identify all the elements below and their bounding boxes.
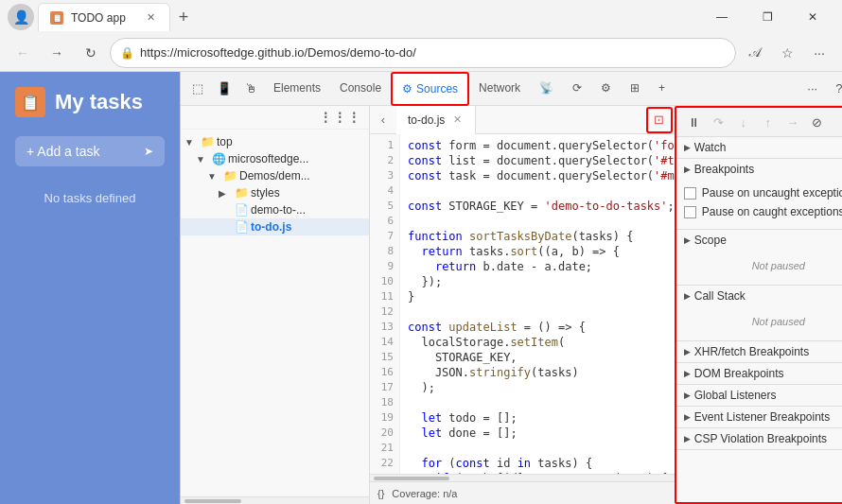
todo-header: 📋 My tasks — [15, 87, 165, 117]
file-tab-close-button[interactable]: ✕ — [450, 113, 464, 127]
restore-button[interactable]: ❐ — [746, 0, 789, 34]
address-bar[interactable]: 🔒 https://microsoftedge.github.io/Demos/… — [110, 38, 736, 68]
todo-sidebar: 📋 My tasks + Add a task ➤ No tasks defin… — [0, 72, 180, 504]
browser-tab[interactable]: 📋 TODO app ✕ — [38, 3, 170, 31]
debug-panel: ⏸ ↷ ↓ ↑ → ⊘ ▶ Watch ▶ — [675, 106, 842, 504]
tab-network[interactable]: Network — [469, 72, 530, 106]
profile-icon[interactable]: 👤 — [8, 4, 34, 30]
close-button[interactable]: ✕ — [791, 0, 834, 34]
pause-uncaught-label: Pause on uncaught exceptions — [702, 186, 842, 200]
editor-filename: to-do.js — [408, 113, 445, 127]
tree-arrow: ▼ — [207, 171, 220, 182]
tree-label-demos: Demos/dem... — [239, 169, 310, 182]
folder-icon: 📁 — [235, 186, 248, 200]
devtools-inspect-button[interactable]: ⬚ — [184, 76, 211, 102]
global-listeners-title: Global Listeners — [694, 389, 777, 402]
favorites-button[interactable]: ☆ — [772, 38, 802, 68]
call-stack-section-header[interactable]: ▶ Call Stack — [676, 286, 842, 306]
deactivate-breakpoints-button[interactable]: ⊘ — [807, 112, 828, 132]
file-tree-more-button[interactable]: ⋮⋮⋮ — [319, 110, 361, 125]
tree-item-to-do-js[interactable]: 📄 to-do.js — [181, 218, 369, 235]
breakpoints-section: ▶ Breakpoints Pause on uncaught exceptio… — [676, 159, 842, 230]
devtools-device-button[interactable]: 📱 — [211, 76, 237, 102]
global-listeners-arrow: ▶ — [684, 391, 691, 400]
tree-item-microsoftedge[interactable]: ▼ 🌐 microsoftedge... — [181, 150, 369, 167]
global-listeners-section: ▶ Global Listeners — [676, 385, 842, 407]
read-aloud-button[interactable]: 𝒜 — [740, 38, 770, 68]
more-button[interactable]: ··· — [804, 38, 834, 68]
tab-performance[interactable]: ⟳ — [563, 72, 591, 106]
step-out-button[interactable]: ↑ — [758, 112, 779, 132]
refresh-button[interactable]: ↻ — [76, 38, 106, 68]
code-line-11: } — [408, 289, 675, 304]
pause-uncaught-row: Pause on uncaught exceptions — [684, 183, 842, 202]
xhr-title: XHR/fetch Breakpoints — [694, 345, 809, 358]
title-bar-controls: — ❐ ✕ — [700, 0, 834, 34]
file-tree-scrollbar[interactable] — [181, 496, 369, 504]
minimize-button[interactable]: — — [700, 0, 744, 34]
debug-toggle-button[interactable]: ⊡ — [646, 107, 673, 133]
todo-title: My tasks — [55, 90, 143, 114]
editor-braces-icon: {} — [377, 488, 384, 499]
watch-arrow: ▶ — [684, 143, 691, 152]
code-editor: ‹ to-do.js ✕ ⊡ 12345 678910 1112131415 1… — [370, 106, 675, 504]
title-bar-left: 👤 — [8, 4, 34, 30]
pause-uncaught-checkbox[interactable] — [684, 187, 696, 200]
editor-file-tab[interactable]: to-do.js ✕ — [396, 106, 476, 134]
tree-label-todo-js: to-do.js — [251, 220, 291, 234]
devtools-more-button[interactable]: ··· — [799, 76, 826, 102]
event-listener-header[interactable]: ▶ Event Listener Breakpoints — [676, 407, 842, 427]
tree-item-top[interactable]: ▼ 📁 top — [181, 133, 369, 150]
tab-add[interactable]: + — [649, 72, 675, 106]
tab-console[interactable]: Console — [330, 72, 391, 106]
breakpoints-section-header[interactable]: ▶ Breakpoints — [676, 159, 842, 180]
navigation-bar: ← → ↻ 🔒 https://microsoftedge.github.io/… — [0, 34, 842, 72]
xhr-section-header[interactable]: ▶ XHR/fetch Breakpoints — [676, 341, 842, 362]
editor-scrollbar[interactable] — [370, 474, 675, 481]
pause-caught-row: Pause on caught exceptions — [684, 202, 842, 221]
no-tasks-label: No tasks defined — [15, 191, 165, 205]
watch-section-header[interactable]: ▶ Watch — [676, 137, 842, 158]
code-line-16: JSON.stringify(tasks) — [408, 365, 675, 380]
step-into-button[interactable]: ↓ — [733, 112, 754, 132]
code-line-19: let todo = []; — [408, 410, 675, 426]
coverage-label: Coverage: n/a — [392, 488, 457, 499]
global-listeners-header[interactable]: ▶ Global Listeners — [676, 385, 842, 406]
pause-resume-button[interactable]: ⏸ — [684, 112, 705, 132]
forward-button[interactable]: → — [42, 38, 72, 68]
scope-section-header[interactable]: ▶ Scope — [676, 230, 842, 251]
browser-chrome: 👤 📋 TODO app ✕ + — ❐ ✕ ← → ↻ 🔒 https://m… — [0, 0, 842, 72]
wifi-icon: 📡 — [539, 81, 553, 95]
dom-title: DOM Breakpoints — [694, 367, 784, 380]
main-content: 📋 My tasks + Add a task ➤ No tasks defin… — [0, 72, 842, 504]
event-listener-title: Event Listener Breakpoints — [694, 410, 830, 424]
tab-sources[interactable]: ⚙ Sources — [391, 72, 469, 106]
step-over-button[interactable]: ↷ — [709, 112, 729, 132]
tab-settings[interactable]: ⚙ — [591, 72, 621, 106]
csp-section-header[interactable]: ▶ CSP Violation Breakpoints — [676, 428, 842, 449]
lock-icon: 🔒 — [120, 46, 134, 60]
tree-item-demos[interactable]: ▼ 📁 Demos/dem... — [181, 167, 369, 184]
xhr-breakpoints-section: ▶ XHR/fetch Breakpoints — [676, 341, 842, 363]
back-button[interactable]: ← — [8, 38, 38, 68]
code-content[interactable]: const form = document.querySelector('fo … — [400, 134, 675, 474]
network-tab-label: Network — [479, 81, 520, 95]
tab-close-button[interactable]: ✕ — [143, 10, 158, 26]
step-button[interactable]: → — [782, 112, 803, 132]
new-tab-button[interactable]: + — [170, 4, 197, 30]
folder-icon: 📁 — [223, 169, 237, 182]
pause-caught-checkbox[interactable] — [684, 206, 696, 218]
tree-label-microsoftedge: microsoftedge... — [228, 152, 308, 165]
devtools-pointer-button[interactable]: 🖱 — [237, 76, 264, 102]
tab-layers[interactable]: ⊞ — [621, 72, 649, 106]
devtools-help-button[interactable]: ? — [826, 76, 842, 102]
dom-section-header[interactable]: ▶ DOM Breakpoints — [676, 363, 842, 384]
code-line-4 — [408, 183, 675, 199]
tab-wifi[interactable]: 📡 — [530, 72, 563, 106]
tree-item-demo-to[interactable]: 📄 demo-to-... — [181, 201, 369, 218]
editor-back-button[interactable]: ‹ — [370, 107, 396, 133]
tab-elements[interactable]: Elements — [264, 72, 330, 106]
add-task-button[interactable]: + Add a task ➤ — [15, 136, 165, 166]
tree-item-styles[interactable]: ▶ 📁 styles — [181, 184, 369, 201]
devtools-body: ⋮⋮⋮ ▼ 📁 top ▼ 🌐 microsoftedge... ▼ — [181, 106, 842, 504]
